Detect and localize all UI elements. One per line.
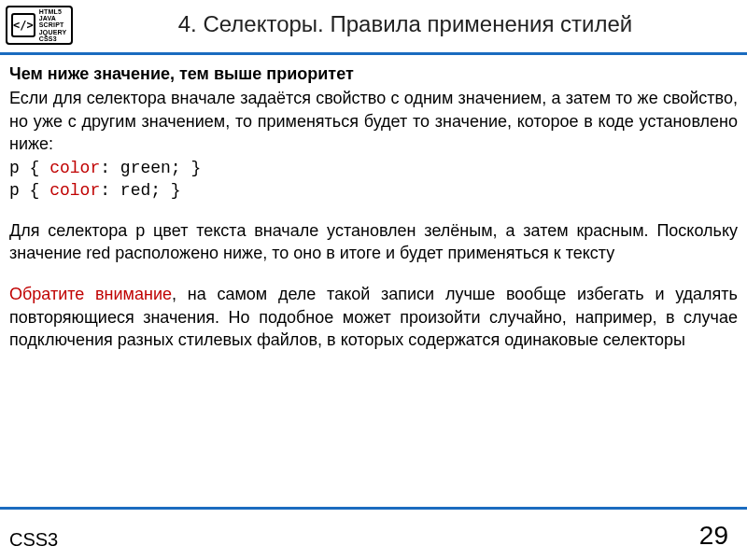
subheading: Чем ниже значение, тем выше приоритет [9, 63, 738, 85]
slide-content: Чем ниже значение, тем выше приоритет Ес… [0, 63, 747, 503]
badge-text: HTML5 JAVA SCRIPT JQUERY CSS3 [39, 8, 67, 43]
badge-line: JQUERY [39, 29, 67, 35]
footer-left: CSS3 [9, 529, 58, 551]
page-number: 29 [699, 521, 728, 551]
divider-bottom [0, 507, 747, 510]
code-prefix: p { [9, 181, 49, 200]
code-prefix: p { [9, 159, 49, 177]
badge-line: JAVA SCRIPT [39, 15, 67, 29]
badge-line: CSS3 [39, 35, 67, 42]
tech-badge: </> HTML5 JAVA SCRIPT JQUERY CSS3 [6, 6, 73, 45]
slide-footer: CSS3 29 [0, 517, 747, 560]
code-line-1: p { color: green; } [9, 157, 738, 179]
slide-header: </> HTML5 JAVA SCRIPT JQUERY CSS3 4. Сел… [0, 0, 747, 49]
note-paragraph: Обратите внимание, на самом деле такой з… [9, 283, 738, 351]
code-suffix: : green; } [100, 159, 201, 177]
slide-title: 4. Селекторы. Правила применения стилей [73, 6, 738, 37]
code-line-2: p { color: red; } [9, 179, 738, 202]
paragraph-1: Если для селектора вначале задаётся свой… [9, 87, 738, 155]
code-property: color [49, 159, 100, 177]
code-suffix: : red; } [100, 181, 180, 200]
divider-top [0, 52, 747, 55]
note-heading: Обратите внимание [9, 285, 172, 303]
paragraph-2: Для селектора p цвет текста вначале уста… [9, 219, 738, 265]
code-icon: </> [11, 13, 35, 37]
code-property: color [49, 181, 100, 200]
badge-line: HTML5 [39, 8, 67, 15]
slide: </> HTML5 JAVA SCRIPT JQUERY CSS3 4. Сел… [0, 0, 747, 560]
